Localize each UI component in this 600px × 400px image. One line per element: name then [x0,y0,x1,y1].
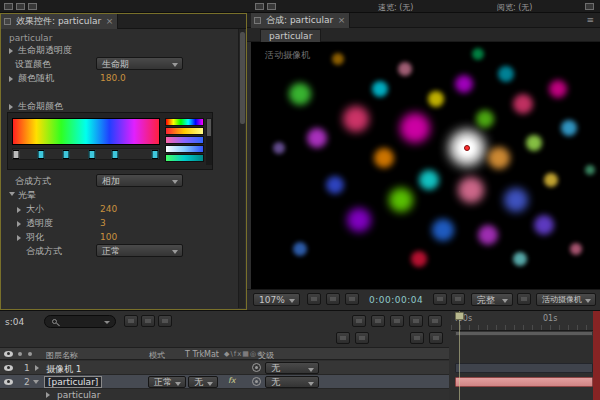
col-layer-name[interactable]: 图层名称 [46,350,78,361]
tab-composition[interactable]: 合成: particular [251,13,350,28]
zoom-dropdown[interactable]: 107% [253,293,300,306]
eye-icon[interactable] [4,379,13,385]
table-row-particular[interactable]: 2 [particular] 正常 无 无 [0,375,449,389]
tab-effect-controls[interactable]: 效果控件: particular [1,14,118,29]
timeline-search-input[interactable] [44,315,116,328]
pickwhip-icon[interactable] [252,363,261,372]
twirl-icon[interactable] [46,392,50,398]
grid-icon[interactable] [16,3,25,10]
col-parent[interactable]: 父级 [258,350,274,361]
viewport[interactable]: 活动摄像机 [251,42,600,289]
twirl-icon[interactable] [33,380,39,384]
work-area-bar[interactable] [455,331,593,336]
camera-layer-bar[interactable] [455,363,593,373]
snapshot-icon[interactable] [433,293,447,305]
gradient-stop[interactable] [12,150,19,159]
panel-scrollbar-thumb[interactable] [240,32,245,124]
glow-size-value[interactable]: 240 [100,203,117,215]
panel-dock-icon2[interactable] [267,3,276,10]
expand-inout-pane-icon[interactable] [355,332,369,344]
twirl-icon[interactable] [35,365,39,371]
mode-dropdown[interactable]: 正常 [148,376,186,388]
resolution-dropdown[interactable]: 完整 [471,293,513,306]
table-row-effect[interactable]: particular [0,389,449,400]
twirl-icon[interactable] [9,48,13,54]
frame-blend-icon[interactable] [352,315,366,327]
color-gradient-ramp[interactable] [12,118,160,145]
glow-size-label: 大小 [26,203,44,215]
grid-toggle-icon[interactable] [326,293,340,305]
current-time-indicator-line[interactable] [459,311,460,400]
panel-dock-icon[interactable] [255,3,264,10]
graph-editor-icon[interactable] [428,315,442,327]
mask-toggle-icon[interactable] [345,293,359,305]
col-trkmat[interactable]: T TrkMat [185,350,219,359]
eye-icon[interactable] [4,365,13,371]
pickwhip-icon[interactable] [252,377,261,386]
parent-dropdown[interactable]: 无 [265,362,319,374]
preview-panel-tab[interactable]: 速览: (无) [378,2,413,13]
close-icon[interactable] [106,14,114,28]
comp-breadcrumb-label: particular [269,31,312,41]
fx-switch-icon[interactable] [228,376,236,385]
viewer-timecode[interactable]: 0:00:00:04 [369,295,423,305]
zoom-in-icon[interactable] [429,332,443,344]
twirl-icon[interactable] [17,221,21,227]
panel-scrollbar[interactable] [238,29,245,308]
hide-shy-layers-icon[interactable] [158,315,172,327]
gradient-preset[interactable] [165,118,204,126]
current-time-indicator-handle[interactable] [455,312,464,320]
gradient-stop[interactable] [62,150,69,159]
panel-menu-icon[interactable] [586,15,594,25]
twirl-icon[interactable] [17,207,21,213]
parent-dropdown[interactable]: 无 [265,376,319,388]
roi-icon[interactable] [517,293,531,305]
preset-scrollbar-thumb[interactable] [207,119,211,136]
expand-transform-pane-icon[interactable] [336,332,350,344]
table-row-camera[interactable]: 1 摄像机 1 无 [0,361,449,375]
time-ruler[interactable]: :00s 01s [451,311,600,331]
col-mode[interactable]: 模式 [149,350,165,361]
gradient-stop[interactable] [112,150,119,159]
particular-layer-bar[interactable] [455,377,593,387]
twirl-icon[interactable] [9,104,13,110]
close-icon[interactable] [338,13,346,27]
draft-3d-icon[interactable] [141,315,155,327]
gradient-stop[interactable] [37,150,44,159]
twirl-icon[interactable] [9,76,13,82]
emitter-point[interactable] [464,145,470,151]
safe-guides-icon[interactable] [307,293,321,305]
preset-scrollbar[interactable] [206,118,212,165]
trkmat-dropdown[interactable]: 无 [188,376,218,388]
gradient-preset[interactable] [165,127,204,135]
layer-name[interactable]: [particular] [44,376,102,388]
gradient-preset[interactable] [165,154,204,162]
color-random-value[interactable]: 180.0 [100,72,126,84]
twirl-icon[interactable] [17,235,21,241]
zoom-out-icon[interactable] [410,332,424,344]
twirl-icon[interactable] [9,192,15,196]
comp-mini-flowchart-icon[interactable] [124,315,138,327]
gradient-stop[interactable] [88,150,95,159]
window-icon[interactable] [585,3,594,10]
comp-breadcrumb-tab[interactable]: particular [260,29,321,42]
gradient-preset[interactable] [165,136,204,144]
show-channel-icon[interactable] [451,293,465,305]
current-time-display[interactable]: s:04 [5,317,24,327]
brainstorm-icon[interactable] [390,315,404,327]
review-panel-tab[interactable]: 阅览: (无) [497,2,532,13]
effect-name[interactable]: particular [57,390,100,400]
camera-view-dropdown[interactable]: 活动摄像机 [536,293,596,306]
motion-blur-icon[interactable] [371,315,385,327]
gradient-stop[interactable] [151,150,158,159]
glow-feather-value[interactable]: 100 [100,231,117,243]
transfer-mode-dropdown[interactable]: 相加 [96,174,183,187]
glow-opacity-value[interactable]: 3 [100,217,106,229]
auto-keyframe-icon[interactable] [409,315,423,327]
bokeh-particle [432,219,454,241]
layout-icon[interactable] [28,3,37,10]
set-color-dropdown[interactable]: 生命期 [96,57,183,70]
gradient-preset[interactable] [165,145,204,153]
glow-blend-dropdown[interactable]: 正常 [96,244,183,257]
workspace-icon[interactable] [4,3,13,10]
